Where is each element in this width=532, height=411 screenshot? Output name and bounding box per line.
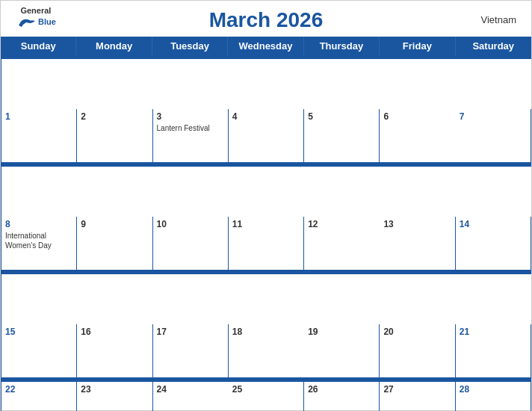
calendar-grid: 123Lantern Festival45678International Wo… [1, 55, 531, 411]
cell-number: 13 [383, 219, 451, 229]
cell-number: 10 [157, 219, 224, 229]
calendar-header: General Blue March 2026 Vietnam [1, 1, 531, 37]
calendar-cell: 24 [153, 382, 229, 411]
cell-number: 20 [383, 327, 451, 337]
calendar-cell: 19 [304, 324, 380, 378]
calendar-cell: 3Lantern Festival [153, 109, 229, 163]
calendar-cell: 9 [77, 217, 152, 271]
cell-number: 24 [157, 384, 225, 395]
calendar-cell: 23 [77, 382, 152, 411]
calendar-cell: 4 [229, 109, 304, 163]
cell-event: International Women's Day [5, 231, 72, 250]
logo-blue-text: Blue [38, 18, 56, 26]
calendar-cell: 25 [229, 382, 304, 411]
day-header-tuesday: Tuesday [152, 37, 228, 55]
calendar: General Blue March 2026 Vietnam SundayMo… [0, 0, 532, 411]
cell-number: 11 [232, 219, 300, 229]
cell-number: 9 [81, 219, 148, 229]
day-header-friday: Friday [380, 37, 455, 55]
calendar-cell: 27 [380, 382, 455, 411]
cell-number: 25 [232, 384, 300, 395]
cell-number: 17 [157, 327, 224, 337]
calendar-cell: 8International Women's Day [1, 217, 77, 271]
cell-number: 21 [460, 327, 527, 337]
calendar-cell: 2 [77, 109, 152, 163]
days-header: SundayMondayTuesdayWednesdayThursdayFrid… [1, 37, 531, 55]
calendar-cell: 5 [304, 109, 380, 163]
calendar-cell: 17 [153, 324, 229, 378]
logo-bird-icon [16, 15, 37, 28]
day-header-sunday: Sunday [1, 37, 76, 55]
day-header-saturday: Saturday [456, 37, 531, 55]
country-label: Vietnam [481, 14, 516, 25]
calendar-cell: 14 [456, 217, 531, 271]
cell-number: 2 [81, 111, 148, 122]
week-separator-0 [1, 55, 531, 59]
calendar-cell: 11 [229, 217, 304, 271]
cell-number: 18 [232, 327, 300, 337]
day-header-wednesday: Wednesday [228, 37, 303, 55]
calendar-cell: 28 [456, 382, 531, 411]
calendar-cell: 7 [456, 109, 531, 163]
cell-number: 4 [232, 111, 300, 122]
cell-number: 28 [460, 384, 527, 395]
cell-number: 16 [81, 327, 148, 337]
calendar-cell: 18 [229, 324, 304, 378]
calendar-cell: 16 [77, 324, 152, 378]
cell-number: 23 [81, 384, 148, 395]
calendar-cell: 13 [380, 217, 455, 271]
calendar-cell: 1 [1, 109, 77, 163]
day-header-thursday: Thursday [304, 37, 380, 55]
calendar-cell: 6 [380, 109, 455, 163]
calendar-cell: 22 [1, 382, 77, 411]
cell-number: 1 [5, 111, 72, 122]
logo-general-text: General [20, 7, 51, 15]
calendar-cell: 12 [304, 217, 380, 271]
logo: General Blue [16, 7, 56, 28]
day-header-monday: Monday [76, 37, 152, 55]
calendar-cell: 10 [153, 217, 229, 271]
calendar-cell: 26 [304, 382, 380, 411]
cell-number: 26 [308, 384, 375, 395]
cell-number: 5 [308, 111, 375, 122]
calendar-cell: 21 [456, 324, 531, 378]
calendar-title: March 2026 [209, 8, 324, 32]
cell-number: 22 [5, 384, 72, 395]
calendar-cell: 20 [380, 324, 455, 378]
calendar-cell: 15 [1, 324, 77, 378]
cell-number: 15 [5, 327, 72, 337]
week-separator-2 [1, 271, 531, 274]
cell-number: 3 [157, 111, 224, 122]
cell-number: 6 [383, 111, 451, 122]
cell-number: 19 [308, 327, 375, 337]
cell-number: 27 [383, 384, 451, 395]
cell-event: Lantern Festival [157, 123, 224, 133]
week-separator-1 [1, 163, 531, 167]
cell-number: 7 [460, 111, 527, 122]
cell-number: 12 [308, 219, 376, 229]
cell-number: 14 [460, 219, 527, 229]
cell-number: 8 [5, 219, 72, 229]
